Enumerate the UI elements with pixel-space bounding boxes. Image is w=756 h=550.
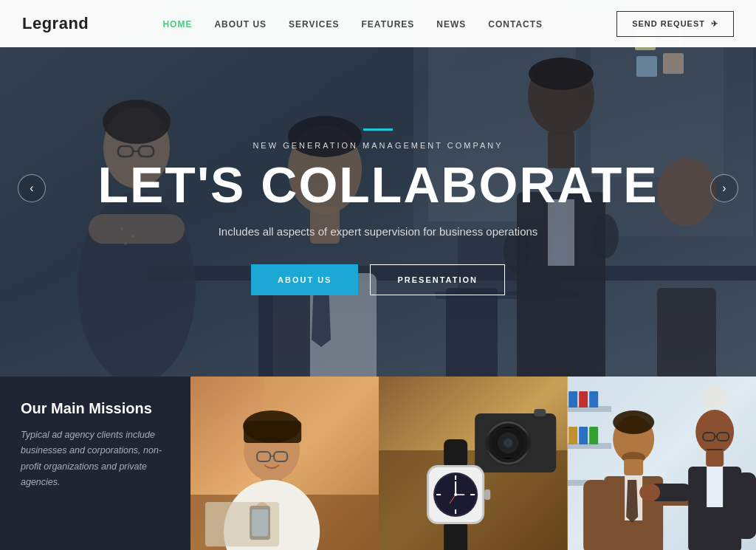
photo-watch (379, 377, 567, 550)
chevron-left-icon: ‹ (30, 182, 33, 195)
svg-rect-62 (535, 409, 546, 416)
hero-divider (363, 128, 393, 131)
missions-panel: Our Main Missions Typical ad agency clie… (0, 377, 190, 550)
send-icon: ✈ (711, 19, 718, 29)
svg-point-102 (695, 410, 734, 454)
svg-rect-106 (706, 450, 724, 467)
svg-rect-84 (568, 391, 577, 408)
nav-item-features[interactable]: FEATURES (362, 17, 415, 30)
nav-item-services[interactable]: SERVICES (289, 17, 339, 30)
presentation-button[interactable]: PRESENTATION (370, 264, 505, 295)
hero-content: NEW GENERATION MANAGEMENT COMPANY LET'S … (97, 81, 658, 295)
svg-point-93 (613, 410, 654, 434)
svg-rect-63 (487, 428, 531, 458)
nav-item-about[interactable]: ABOUT US (214, 17, 267, 30)
svg-rect-88 (579, 427, 588, 444)
svg-rect-85 (579, 391, 588, 408)
photo-panels (190, 377, 756, 550)
svg-marker-98 (626, 480, 638, 523)
nav-links: HOME ABOUT US SERVICES FEATURES NEWS CON… (162, 17, 543, 30)
hero-eyebrow: NEW GENERATION MANAGEMENT COMPANY (97, 141, 658, 150)
chevron-right-icon: › (722, 182, 726, 195)
missions-description: Typical ad agency clients include busine… (21, 427, 170, 490)
svg-rect-53 (205, 502, 279, 546)
svg-rect-38 (663, 53, 684, 74)
nav-item-news[interactable]: NEWS (436, 17, 466, 30)
svg-rect-99 (583, 480, 609, 550)
svg-point-110 (639, 484, 660, 501)
photo-handshake (568, 377, 756, 550)
nav-item-home[interactable]: HOME (162, 17, 192, 30)
svg-rect-108 (707, 467, 723, 507)
svg-rect-65 (444, 439, 467, 469)
svg-rect-95 (624, 459, 643, 475)
photo-grid (190, 377, 756, 550)
prev-slide-button[interactable]: ‹ (18, 174, 46, 202)
next-slide-button[interactable]: › (710, 174, 738, 202)
svg-rect-78 (485, 489, 491, 500)
brand-logo[interactable]: Legrand (22, 14, 89, 33)
svg-rect-87 (568, 427, 577, 444)
svg-rect-111 (735, 472, 756, 539)
svg-point-77 (454, 493, 457, 496)
svg-rect-89 (589, 427, 598, 444)
about-us-button[interactable]: ABOUT US (251, 264, 358, 295)
nav-item-contacts[interactable]: CONTACTS (488, 17, 543, 30)
italic-word: Typical (21, 430, 49, 440)
send-request-button[interactable]: SEND REQUEST ✈ (616, 11, 734, 37)
send-request-label: SEND REQUEST (632, 19, 705, 28)
svg-rect-64 (444, 520, 467, 550)
navbar: Legrand HOME ABOUT US SERVICES FEATURES … (0, 0, 756, 47)
svg-rect-86 (589, 391, 598, 408)
svg-rect-37 (636, 56, 657, 77)
bottom-section: Our Main Missions Typical ad agency clie… (0, 377, 756, 550)
photo-woman (190, 377, 379, 550)
hero-section: ‹ › NEW GENERATION MANAGEMENT COMPANY LE… (0, 0, 756, 377)
svg-rect-44 (244, 421, 301, 443)
svg-point-90 (701, 385, 728, 412)
hero-description: Includes all aspects of expert supervisi… (97, 225, 658, 238)
hero-title: LET'S COLLABORATE (97, 159, 658, 211)
missions-heading: Our Main Missions (21, 400, 170, 417)
hero-buttons: ABOUT US PRESENTATION (97, 264, 658, 295)
